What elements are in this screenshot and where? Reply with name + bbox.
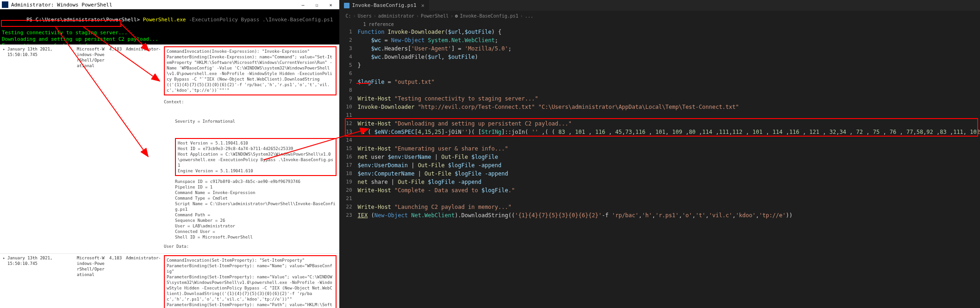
- event-source: Microsoft-W indows-Powe rShell/Oper atio…: [77, 46, 109, 252]
- vscode-tabbar: Invoke-BaseConfig.ps1 ×: [339, 0, 980, 11]
- breadcrumb-item: C:: [346, 13, 351, 19]
- breadcrumb-item: ...: [525, 13, 533, 19]
- ps-command: PowerShell.exe: [143, 17, 186, 23]
- left-panel: Administrator: Windows PowerShell — ☐ ✕ …: [0, 0, 339, 308]
- event-set-itemproperty-box: CommandInvocation(Set-ItemProperty): "Se…: [164, 255, 337, 308]
- close-icon[interactable]: ×: [421, 2, 424, 9]
- event-context-label: Context:: [164, 99, 337, 105]
- vscode-breadcrumb[interactable]: C:› Users› administrator› PowerShell› ⚙ …: [339, 11, 980, 20]
- event-severity: Severity = Informational: [175, 119, 337, 124]
- breadcrumb-item: administrator: [378, 13, 414, 19]
- event-row[interactable]: ▸ January 13th 2021, 15:50:10.745 Micros…: [0, 44, 339, 253]
- vscode-editor[interactable]: 1 reference 1Function Invoke-Downloader(…: [339, 20, 980, 220]
- event-host-info-box: Host Version = 5.1.19041.610 Host ID = e…: [175, 138, 337, 176]
- vscode-panel: Invoke-BaseConfig.ps1 × C:› Users› admin…: [339, 0, 980, 308]
- event-context-rest: Runspace ID = c917b8f0-a0c3-4b5c-ae90-e9…: [164, 179, 337, 240]
- ps-output-line: Testing connectivity to staging server..…: [2, 30, 337, 36]
- event-user: Administrator: [126, 46, 158, 252]
- close-button[interactable]: ✕: [325, 0, 337, 9]
- expand-arrow-icon[interactable]: ▸: [3, 255, 7, 308]
- event-user: Administrator: [126, 255, 158, 308]
- breadcrumb-item: Users: [358, 13, 372, 19]
- event-command-invocation-box: CommandInvocation(Invoke-Expression): "I…: [164, 46, 337, 95]
- event-timestamp: January 13th 2021, 15:50:10.745: [7, 46, 77, 252]
- powershell-file-icon: [344, 3, 350, 8]
- event-dash: -: [158, 255, 164, 308]
- event-dash: -: [158, 46, 164, 252]
- ps-args: -ExecutionPolicy Bypass .\Invoke-BaseCon…: [189, 17, 333, 23]
- event-row[interactable]: ▸ January 13th 2021, 15:50:10.745 Micros…: [0, 253, 339, 308]
- breadcrumb-item: PowerShell: [421, 13, 449, 19]
- event-id: 4,103: [109, 255, 126, 308]
- vscode-tab-label: Invoke-BaseConfig.ps1: [352, 2, 417, 8]
- codelens[interactable]: 1 reference: [339, 21, 980, 28]
- window-title: Administrator: Windows PowerShell: [11, 2, 112, 8]
- breadcrumb-item: Invoke-BaseConfig.ps1: [460, 13, 518, 19]
- ps-output-line-hl: Downloading and setting up persistent C2…: [2, 36, 158, 42]
- maximize-button[interactable]: ☐: [311, 0, 324, 9]
- powershell-icon: [2, 1, 8, 8]
- ps-prompt: PS C:\Users\administrator\PowerShell>: [26, 17, 140, 23]
- expand-arrow-icon[interactable]: ▸: [3, 46, 7, 252]
- powershell-titlebar[interactable]: Administrator: Windows PowerShell — ☐ ✕: [0, 0, 339, 9]
- event-userdata-label: User Data:: [164, 244, 337, 249]
- event-id: 4,103: [109, 46, 126, 252]
- minimize-button[interactable]: —: [297, 0, 310, 9]
- event-log-panel: ▸ January 13th 2021, 15:50:10.745 Micros…: [0, 44, 339, 308]
- event-timestamp: January 13th 2021, 15:50:10.745: [7, 255, 77, 308]
- vscode-tab[interactable]: Invoke-BaseConfig.ps1 ×: [339, 0, 429, 11]
- event-source: Microsoft-W indows-Powe rShell/Oper atio…: [77, 255, 109, 308]
